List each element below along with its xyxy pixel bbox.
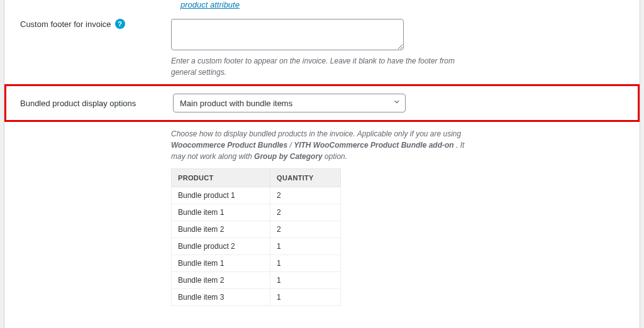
product-cell: Bundle item 2 — [172, 221, 270, 238]
custom-footer-description: Enter a custom footer to appear on the i… — [171, 55, 479, 78]
quantity-cell: 1 — [270, 238, 341, 255]
quantity-cell: 1 — [270, 272, 341, 289]
bundled-options-label: Bundled product display options — [20, 99, 136, 108]
product-cell: Bundle product 1 — [172, 187, 270, 204]
table-row: Bundle product 21 — [172, 238, 341, 255]
quantity-cell: 1 — [270, 289, 341, 306]
table-row: Bundle item 11 — [172, 255, 341, 272]
bundled-options-highlight: Bundled product display options Main pro… — [4, 84, 640, 122]
product-cell: Bundle item 2 — [172, 272, 270, 289]
quantity-cell: 2 — [270, 204, 341, 221]
table-row: Bundle product 12 — [172, 187, 341, 204]
product-cell: Bundle item 1 — [172, 204, 270, 221]
product-attribute-link[interactable]: product attribute — [180, 0, 240, 9]
quantity-cell: 2 — [270, 187, 341, 204]
table-row: Bundle item 22 — [172, 221, 341, 238]
table-row: Bundle item 12 — [172, 204, 341, 221]
table-header-quantity: QUANTITY — [270, 169, 341, 187]
bundled-options-select[interactable]: Main product with bundle items — [173, 94, 406, 112]
table-row: Bundle item 31 — [172, 289, 341, 306]
product-cell: Bundle item 1 — [172, 255, 270, 272]
custom-footer-row: Custom footer for invoice ? Enter a cust… — [4, 13, 640, 84]
custom-footer-label: Custom footer for invoice — [20, 19, 111, 29]
settings-panel: product attribute Custom footer for invo… — [4, 0, 640, 328]
product-cell: Bundle product 2 — [172, 238, 270, 255]
table-row: Bundle item 21 — [172, 272, 341, 289]
bundled-options-description: Choose how to display bundled products i… — [171, 128, 479, 162]
help-icon[interactable]: ? — [115, 19, 125, 29]
table-header-product: PRODUCT — [172, 169, 270, 187]
quantity-cell: 2 — [270, 221, 341, 238]
quantity-cell: 1 — [270, 255, 341, 272]
product-cell: Bundle item 3 — [172, 289, 270, 306]
custom-footer-textarea[interactable] — [171, 19, 404, 50]
bundle-example-table: PRODUCT QUANTITY Bundle product 12Bundle… — [171, 168, 341, 306]
